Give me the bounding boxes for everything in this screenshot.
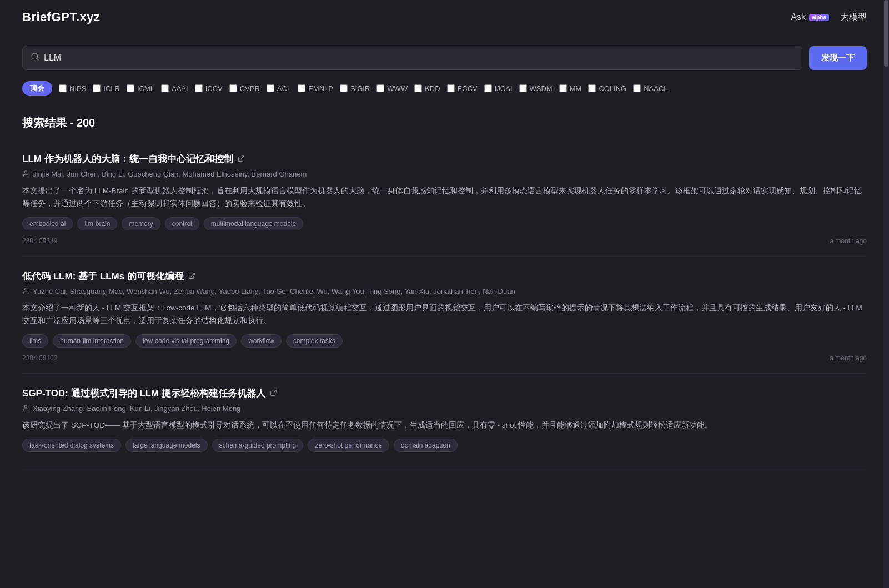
filter-checkbox-aaai[interactable]: AAAI — [161, 84, 188, 93]
filter-checkbox-mm[interactable]: MM — [559, 84, 582, 93]
paper-title[interactable]: LLM 作为机器人的大脑：统一自我中心记忆和控制 — [22, 153, 233, 166]
tag[interactable]: llm-brain — [77, 217, 117, 230]
paper-title[interactable]: SGP-TOD: 通过模式引导的 LLM 提示轻松构建任务机器人 — [22, 387, 265, 400]
paper-authors: Xiaoying Zhang, Baolin Peng, Kun Li, Jin… — [33, 404, 240, 414]
header-right: Ask alpha 大模型 — [791, 12, 867, 23]
paper-tags: embodied aillm-brainmemorycontrolmultimo… — [22, 217, 867, 230]
svg-point-5 — [24, 288, 27, 290]
author-icon — [22, 170, 29, 179]
tag[interactable]: multimodal language models — [204, 217, 303, 230]
filter-checkbox-eccv[interactable]: ECCV — [447, 84, 478, 93]
logo: BriefGPT.xyz — [22, 10, 101, 24]
filter-checkbox-kdd[interactable]: KDD — [414, 84, 440, 93]
paper-authors-row: Jinjie Mai, Jun Chen, Bing Li, Guocheng … — [22, 169, 867, 179]
ask-button[interactable]: Ask alpha — [791, 12, 829, 22]
filter-checkbox-iccv[interactable]: ICCV — [195, 84, 223, 93]
tag[interactable]: control — [165, 217, 199, 230]
filter-checkbox-wsdm[interactable]: WSDM — [519, 84, 553, 93]
checkbox-ijcai[interactable] — [484, 84, 492, 92]
checkbox-label-eccv: ECCV — [458, 84, 478, 93]
paper-title-row: 低代码 LLM: 基于 LLMs 的可视化编程 — [22, 270, 867, 283]
ask-label: Ask — [791, 12, 806, 22]
external-link-icon[interactable] — [270, 389, 277, 398]
filter-checkbox-coling[interactable]: COLING — [588, 84, 626, 93]
filter-checkbox-acl[interactable]: ACL — [267, 84, 291, 93]
tag[interactable]: embodied ai — [22, 217, 73, 230]
paper-date: a month ago — [830, 237, 867, 245]
checkbox-label-naacl: NAACL — [644, 84, 667, 93]
filter-checkbox-ijcai[interactable]: IJCAI — [484, 84, 513, 93]
paper-abstract: 本文介绍了一种新的人 - LLM 交互框架：Low-code LLM，它包括六种… — [22, 302, 867, 328]
checkbox-wsdm[interactable] — [519, 84, 527, 92]
scrollbar-track[interactable] — [883, 0, 889, 588]
filter-row: 顶会 NIPSICLRICMLAAAIICCVCVPRACLEMNLPSIGIR… — [22, 78, 867, 99]
checkbox-kdd[interactable] — [414, 84, 422, 92]
checkbox-mm[interactable] — [559, 84, 567, 92]
filter-checkbox-naacl[interactable]: NAACL — [633, 84, 667, 93]
external-link-icon[interactable] — [238, 155, 245, 164]
checkbox-label-aaai: AAAI — [172, 84, 188, 93]
paper-title-row: LLM 作为机器人的大脑：统一自我中心记忆和控制 — [22, 153, 867, 166]
checkbox-cvpr[interactable] — [229, 84, 237, 92]
checkbox-icml[interactable] — [127, 84, 134, 92]
paper-card-2: SGP-TOD: 通过模式引导的 LLM 提示轻松构建任务机器人Xiaoying… — [22, 376, 867, 470]
author-icon — [22, 404, 29, 413]
external-link-icon[interactable] — [188, 272, 195, 281]
large-model-button[interactable]: 大模型 — [840, 12, 867, 23]
checkbox-coling[interactable] — [588, 84, 596, 92]
paper-id: 2304.08103 — [22, 354, 57, 362]
tag[interactable]: large language models — [125, 439, 207, 452]
filter-checkbox-cvpr[interactable]: CVPR — [229, 84, 260, 93]
search-input[interactable] — [44, 46, 794, 69]
paper-id: 2304.09349 — [22, 237, 57, 245]
results-area: 搜索结果 - 200 LLM 作为机器人的大脑：统一自我中心记忆和控制Jinji… — [0, 104, 889, 495]
checkbox-nips[interactable] — [59, 84, 67, 92]
svg-line-4 — [191, 273, 194, 276]
checkbox-sigir[interactable] — [340, 84, 348, 92]
checkbox-label-sigir: SIGIR — [350, 84, 370, 93]
filter-checkbox-emnlp[interactable]: EMNLP — [298, 84, 333, 93]
svg-line-2 — [240, 156, 244, 159]
checkbox-iccv[interactable] — [195, 84, 203, 92]
search-input-wrapper — [22, 46, 802, 70]
search-button[interactable]: 发现一下 — [809, 46, 867, 70]
tag[interactable]: complex tasks — [286, 334, 343, 348]
alpha-badge: alpha — [809, 14, 829, 21]
checkbox-eccv[interactable] — [447, 84, 455, 92]
search-icon — [31, 52, 39, 63]
filter-checkbox-iclr[interactable]: ICLR — [93, 84, 120, 93]
paper-tags: task-oriented dialog systemslarge langua… — [22, 439, 867, 452]
results-title: 搜索结果 - 200 — [22, 115, 867, 130]
tag[interactable]: zero-shot performance — [308, 439, 389, 452]
checkbox-www[interactable] — [376, 84, 384, 92]
author-icon — [22, 287, 29, 296]
checkbox-label-emnlp: EMNLP — [308, 84, 333, 93]
filter-checkbox-www[interactable]: WWW — [376, 84, 408, 93]
tag[interactable]: memory — [122, 217, 160, 230]
search-bar-row: 发现一下 — [22, 46, 867, 70]
paper-title[interactable]: 低代码 LLM: 基于 LLMs 的可视化编程 — [22, 270, 184, 283]
checkbox-aaai[interactable] — [161, 84, 169, 92]
checkbox-label-cvpr: CVPR — [240, 84, 260, 93]
tag[interactable]: llms — [22, 334, 48, 348]
svg-line-6 — [273, 390, 276, 393]
tag[interactable]: schema-guided prompting — [212, 439, 304, 452]
filter-checkbox-icml[interactable]: ICML — [127, 84, 154, 93]
paper-meta-row: 2304.08103a month ago — [22, 354, 867, 362]
paper-abstract: 该研究提出了 SGP-TOD—— 基于大型语言模型的模式引导对话系统，可以在不使… — [22, 419, 867, 432]
checkbox-label-acl: ACL — [277, 84, 291, 93]
checkbox-acl[interactable] — [267, 84, 274, 92]
checkbox-label-icml: ICML — [137, 84, 154, 93]
filter-checkbox-sigir[interactable]: SIGIR — [340, 84, 370, 93]
tag[interactable]: domain adaption — [394, 439, 458, 452]
checkbox-iclr[interactable] — [93, 84, 101, 92]
filter-checkbox-nips[interactable]: NIPS — [59, 84, 86, 93]
tag[interactable]: low-code visual programming — [135, 334, 237, 348]
scrollbar-thumb[interactable] — [884, 0, 888, 67]
tag[interactable]: task-oriented dialog systems — [22, 439, 121, 452]
filter-active-tag[interactable]: 顶会 — [22, 81, 52, 96]
tag[interactable]: workflow — [241, 334, 282, 348]
checkbox-emnlp[interactable] — [298, 84, 305, 92]
tag[interactable]: human-llm interaction — [53, 334, 131, 348]
checkbox-naacl[interactable] — [633, 84, 641, 92]
